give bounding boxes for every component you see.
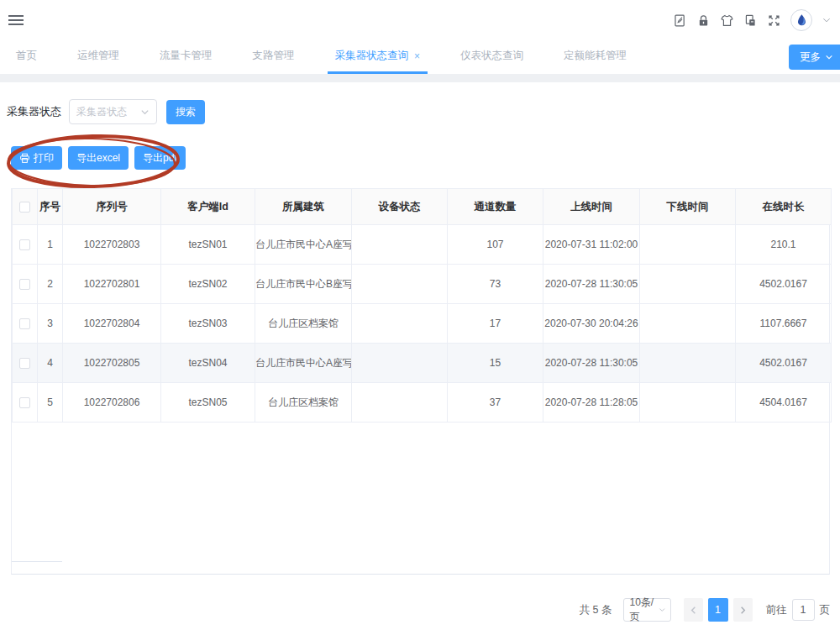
lock-icon[interactable] xyxy=(696,13,711,28)
fullscreen-icon[interactable] xyxy=(767,13,781,28)
table-cell: 210.1 xyxy=(736,225,832,265)
table-cell: 2020-07-28 11:30:05 xyxy=(543,265,640,304)
table-cell: 2020-07-28 11:30:05 xyxy=(543,344,640,383)
search-button[interactable]: 搜索 xyxy=(166,100,205,124)
next-page-button[interactable] xyxy=(733,598,753,622)
pagination: 共 5 条 10条/页 1 前往 页 xyxy=(7,598,833,622)
table-cell: 4 xyxy=(38,344,63,383)
table-cell: tezSN01 xyxy=(161,225,255,265)
table-cell: tezSN02 xyxy=(161,265,255,304)
table-cell: 4504.0167 xyxy=(736,383,832,423)
page-number-1[interactable]: 1 xyxy=(708,598,728,622)
note-edit-icon[interactable] xyxy=(673,13,687,28)
export-pdf-label: 导出pdf xyxy=(143,151,177,165)
collector-status-select[interactable]: 采集器状态 xyxy=(69,99,157,124)
table-row: 11022702803tezSN01台儿庄市民中心A座写字楼1072020-07… xyxy=(13,225,832,265)
tab-运维管理[interactable]: 运维管理 xyxy=(70,40,127,74)
divider-strip xyxy=(0,74,840,82)
tab-label: 流量卡管理 xyxy=(160,49,213,63)
fixed-column-divider xyxy=(12,561,62,562)
table-cell: 1022702804 xyxy=(63,304,161,344)
export-pdf-button[interactable]: 导出pdf xyxy=(134,146,186,170)
copy-icon[interactable] xyxy=(743,13,758,28)
tab-label: 首页 xyxy=(16,49,37,63)
table-cell: 台儿庄市民中心A座写字楼 xyxy=(255,344,352,383)
table-cell xyxy=(352,265,448,304)
table-cell: 4502.0167 xyxy=(736,344,832,383)
close-tab-icon[interactable]: × xyxy=(414,51,420,61)
tab-采集器状态查询[interactable]: 采集器状态查询× xyxy=(328,40,428,74)
row-checkbox-cell xyxy=(13,304,38,344)
filter-label: 采集器状态 xyxy=(7,104,61,119)
hamburger-menu-icon[interactable] xyxy=(7,9,25,31)
search-button-label: 搜索 xyxy=(176,105,196,119)
select-all-checkbox[interactable] xyxy=(19,202,30,213)
logo-avatar[interactable] xyxy=(790,9,812,31)
goto-page-input[interactable] xyxy=(792,599,815,621)
printer-icon xyxy=(19,153,30,164)
table-cell: 15 xyxy=(448,344,543,383)
total-count-label: 共 5 条 xyxy=(580,603,612,617)
tab-bar: 首页运维管理流量卡管理支路管理采集器状态查询×仪表状态查询定额能耗管理 更多 xyxy=(0,40,840,74)
table-header-row: 序号序列号客户端Id所属建筑设备状态通道数量上线时间下线时间在线时长 xyxy=(13,189,832,225)
goto-page: 前往 页 xyxy=(766,599,831,621)
page-unit-label: 页 xyxy=(820,603,831,617)
table-cell xyxy=(352,383,448,423)
table-cell: tezSN03 xyxy=(161,304,255,344)
row-checkbox[interactable] xyxy=(19,239,30,250)
more-button[interactable]: 更多 xyxy=(789,45,840,70)
select-all-cell xyxy=(13,189,38,225)
action-button-row: 打印 导出excel 导出pdf xyxy=(11,146,204,170)
table-cell: tezSN05 xyxy=(161,383,255,423)
table-cell: 17 xyxy=(448,304,543,344)
tab-支路管理[interactable]: 支路管理 xyxy=(245,40,302,74)
print-button-label: 打印 xyxy=(34,151,54,165)
column-header: 序列号 xyxy=(63,189,161,225)
chevron-down-icon[interactable] xyxy=(822,15,832,25)
row-checkbox[interactable] xyxy=(19,279,30,290)
column-header: 下线时间 xyxy=(640,189,736,225)
table-cell xyxy=(640,265,736,304)
top-header xyxy=(0,0,840,40)
row-checkbox-cell xyxy=(13,265,38,304)
tab-label: 支路管理 xyxy=(253,49,295,63)
theme-shirt-icon[interactable] xyxy=(720,13,734,28)
tab-仪表状态查询[interactable]: 仪表状态查询 xyxy=(453,40,531,74)
tab-label: 运维管理 xyxy=(77,49,119,63)
table-cell xyxy=(640,225,736,265)
column-header: 通道数量 xyxy=(448,189,543,225)
table-cell xyxy=(640,344,736,383)
column-header: 设备状态 xyxy=(352,189,448,225)
tab-定额能耗管理[interactable]: 定额能耗管理 xyxy=(556,40,634,74)
column-header: 客户端Id xyxy=(161,189,255,225)
table-cell xyxy=(640,304,736,344)
page-size-select[interactable]: 10条/页 xyxy=(623,598,671,622)
table-cell: 2020-07-31 11:02:00 xyxy=(543,225,640,265)
export-excel-button[interactable]: 导出excel xyxy=(68,146,129,170)
chevron-down-icon xyxy=(659,606,665,614)
select-placeholder: 采集器状态 xyxy=(76,105,127,119)
row-checkbox-cell xyxy=(13,344,38,383)
table-cell: 台儿庄市民中心A座写字楼 xyxy=(255,225,352,265)
table-cell: 1022702803 xyxy=(63,225,161,265)
print-button[interactable]: 打印 xyxy=(11,146,62,170)
table-cell: 1022702805 xyxy=(63,344,161,383)
column-header: 序号 xyxy=(38,189,63,225)
row-checkbox[interactable] xyxy=(19,318,30,329)
prev-page-button[interactable] xyxy=(684,598,703,622)
table-cell: 107 xyxy=(448,225,543,265)
row-checkbox[interactable] xyxy=(19,358,30,369)
tab-流量卡管理[interactable]: 流量卡管理 xyxy=(152,40,220,74)
table-cell: 73 xyxy=(448,265,543,304)
table-cell: 5 xyxy=(38,383,63,423)
table-cell: 4502.0167 xyxy=(736,265,832,304)
tab-首页[interactable]: 首页 xyxy=(8,40,45,74)
row-checkbox[interactable] xyxy=(19,397,30,408)
more-button-label: 更多 xyxy=(800,50,821,65)
table-cell: 台儿庄区档案馆 xyxy=(255,383,352,423)
table-row: 41022702805tezSN04台儿庄市民中心A座写字楼152020-07-… xyxy=(13,344,832,383)
table-cell: 台儿庄区档案馆 xyxy=(255,304,352,344)
filter-row: 采集器状态 采集器状态 搜索 xyxy=(7,99,833,124)
table-cell: 1022702806 xyxy=(63,383,161,423)
table-row: 31022702804tezSN03台儿庄区档案馆172020-07-30 20… xyxy=(13,304,832,344)
